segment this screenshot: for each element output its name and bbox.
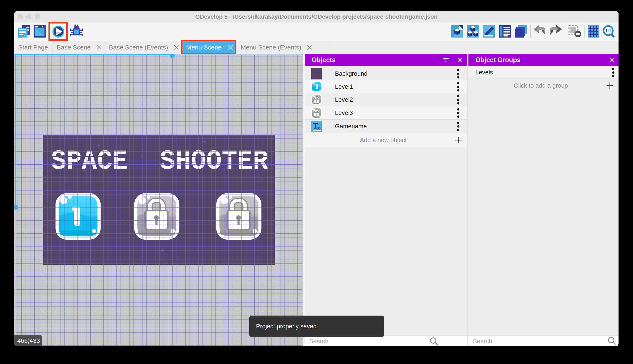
svg-text:1:1: 1:1 xyxy=(605,28,611,33)
svg-text:x: x xyxy=(317,126,320,131)
